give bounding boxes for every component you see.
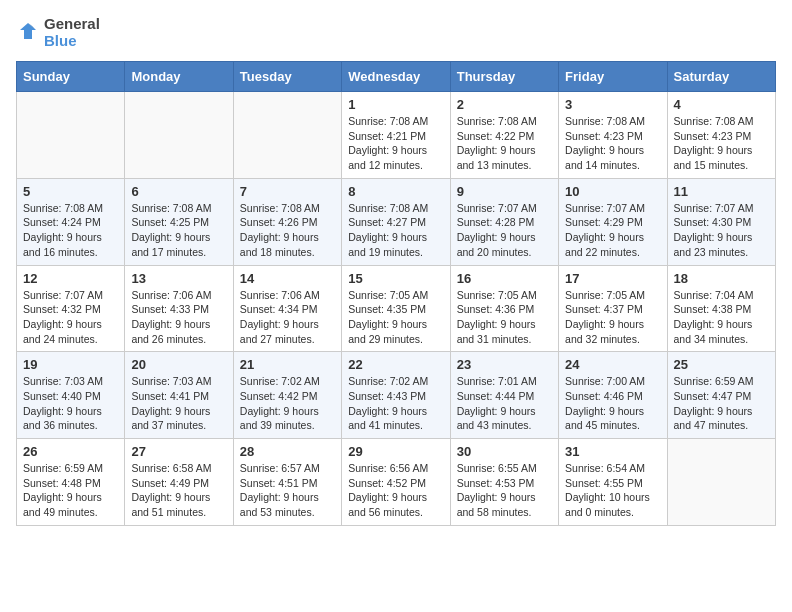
day-info: Sunrise: 7:08 AMSunset: 4:24 PMDaylight:… xyxy=(23,201,118,260)
day-info: Sunrise: 7:04 AMSunset: 4:38 PMDaylight:… xyxy=(674,288,769,347)
day-cell: 8Sunrise: 7:08 AMSunset: 4:27 PMDaylight… xyxy=(342,178,450,265)
day-number: 1 xyxy=(348,97,443,112)
day-number: 29 xyxy=(348,444,443,459)
day-info: Sunrise: 6:57 AMSunset: 4:51 PMDaylight:… xyxy=(240,461,335,520)
day-number: 13 xyxy=(131,271,226,286)
logo: General Blue xyxy=(16,16,100,49)
day-info: Sunrise: 7:03 AMSunset: 4:41 PMDaylight:… xyxy=(131,374,226,433)
day-number: 19 xyxy=(23,357,118,372)
day-cell: 12Sunrise: 7:07 AMSunset: 4:32 PMDayligh… xyxy=(17,265,125,352)
day-number: 24 xyxy=(565,357,660,372)
col-header-saturday: Saturday xyxy=(667,62,775,92)
day-cell: 5Sunrise: 7:08 AMSunset: 4:24 PMDaylight… xyxy=(17,178,125,265)
day-cell: 9Sunrise: 7:07 AMSunset: 4:28 PMDaylight… xyxy=(450,178,558,265)
day-info: Sunrise: 7:06 AMSunset: 4:33 PMDaylight:… xyxy=(131,288,226,347)
day-info: Sunrise: 7:08 AMSunset: 4:23 PMDaylight:… xyxy=(565,114,660,173)
day-number: 12 xyxy=(23,271,118,286)
col-header-thursday: Thursday xyxy=(450,62,558,92)
day-number: 26 xyxy=(23,444,118,459)
col-header-monday: Monday xyxy=(125,62,233,92)
day-info: Sunrise: 7:08 AMSunset: 4:22 PMDaylight:… xyxy=(457,114,552,173)
day-cell: 10Sunrise: 7:07 AMSunset: 4:29 PMDayligh… xyxy=(559,178,667,265)
day-number: 25 xyxy=(674,357,769,372)
day-number: 18 xyxy=(674,271,769,286)
day-cell xyxy=(125,92,233,179)
day-cell: 1Sunrise: 7:08 AMSunset: 4:21 PMDaylight… xyxy=(342,92,450,179)
day-cell: 21Sunrise: 7:02 AMSunset: 4:42 PMDayligh… xyxy=(233,352,341,439)
day-info: Sunrise: 7:03 AMSunset: 4:40 PMDaylight:… xyxy=(23,374,118,433)
day-info: Sunrise: 7:06 AMSunset: 4:34 PMDaylight:… xyxy=(240,288,335,347)
day-cell: 31Sunrise: 6:54 AMSunset: 4:55 PMDayligh… xyxy=(559,439,667,526)
week-row-5: 26Sunrise: 6:59 AMSunset: 4:48 PMDayligh… xyxy=(17,439,776,526)
svg-marker-0 xyxy=(20,23,36,39)
day-number: 9 xyxy=(457,184,552,199)
day-cell: 2Sunrise: 7:08 AMSunset: 4:22 PMDaylight… xyxy=(450,92,558,179)
day-cell: 25Sunrise: 6:59 AMSunset: 4:47 PMDayligh… xyxy=(667,352,775,439)
day-cell: 22Sunrise: 7:02 AMSunset: 4:43 PMDayligh… xyxy=(342,352,450,439)
day-info: Sunrise: 6:59 AMSunset: 4:48 PMDaylight:… xyxy=(23,461,118,520)
day-info: Sunrise: 7:02 AMSunset: 4:42 PMDaylight:… xyxy=(240,374,335,433)
day-cell: 16Sunrise: 7:05 AMSunset: 4:36 PMDayligh… xyxy=(450,265,558,352)
day-cell: 20Sunrise: 7:03 AMSunset: 4:41 PMDayligh… xyxy=(125,352,233,439)
day-number: 21 xyxy=(240,357,335,372)
day-cell: 30Sunrise: 6:55 AMSunset: 4:53 PMDayligh… xyxy=(450,439,558,526)
week-row-3: 12Sunrise: 7:07 AMSunset: 4:32 PMDayligh… xyxy=(17,265,776,352)
logo-blue: Blue xyxy=(44,33,100,50)
col-header-wednesday: Wednesday xyxy=(342,62,450,92)
day-info: Sunrise: 7:08 AMSunset: 4:23 PMDaylight:… xyxy=(674,114,769,173)
day-number: 14 xyxy=(240,271,335,286)
day-info: Sunrise: 7:02 AMSunset: 4:43 PMDaylight:… xyxy=(348,374,443,433)
day-info: Sunrise: 7:00 AMSunset: 4:46 PMDaylight:… xyxy=(565,374,660,433)
day-info: Sunrise: 7:05 AMSunset: 4:36 PMDaylight:… xyxy=(457,288,552,347)
col-header-friday: Friday xyxy=(559,62,667,92)
page-header: General Blue xyxy=(16,16,776,49)
day-info: Sunrise: 7:07 AMSunset: 4:29 PMDaylight:… xyxy=(565,201,660,260)
day-number: 28 xyxy=(240,444,335,459)
day-number: 3 xyxy=(565,97,660,112)
day-number: 5 xyxy=(23,184,118,199)
day-number: 27 xyxy=(131,444,226,459)
day-cell: 19Sunrise: 7:03 AMSunset: 4:40 PMDayligh… xyxy=(17,352,125,439)
day-cell xyxy=(17,92,125,179)
day-cell: 4Sunrise: 7:08 AMSunset: 4:23 PMDaylight… xyxy=(667,92,775,179)
day-number: 4 xyxy=(674,97,769,112)
week-row-2: 5Sunrise: 7:08 AMSunset: 4:24 PMDaylight… xyxy=(17,178,776,265)
day-info: Sunrise: 7:08 AMSunset: 4:26 PMDaylight:… xyxy=(240,201,335,260)
day-number: 15 xyxy=(348,271,443,286)
day-info: Sunrise: 6:58 AMSunset: 4:49 PMDaylight:… xyxy=(131,461,226,520)
week-row-4: 19Sunrise: 7:03 AMSunset: 4:40 PMDayligh… xyxy=(17,352,776,439)
day-cell: 28Sunrise: 6:57 AMSunset: 4:51 PMDayligh… xyxy=(233,439,341,526)
logo-icon xyxy=(16,20,38,46)
day-number: 17 xyxy=(565,271,660,286)
day-cell: 14Sunrise: 7:06 AMSunset: 4:34 PMDayligh… xyxy=(233,265,341,352)
day-number: 30 xyxy=(457,444,552,459)
day-number: 10 xyxy=(565,184,660,199)
day-number: 11 xyxy=(674,184,769,199)
day-cell: 6Sunrise: 7:08 AMSunset: 4:25 PMDaylight… xyxy=(125,178,233,265)
day-info: Sunrise: 7:08 AMSunset: 4:27 PMDaylight:… xyxy=(348,201,443,260)
day-cell: 11Sunrise: 7:07 AMSunset: 4:30 PMDayligh… xyxy=(667,178,775,265)
day-cell: 17Sunrise: 7:05 AMSunset: 4:37 PMDayligh… xyxy=(559,265,667,352)
day-number: 2 xyxy=(457,97,552,112)
day-info: Sunrise: 7:08 AMSunset: 4:21 PMDaylight:… xyxy=(348,114,443,173)
day-cell xyxy=(233,92,341,179)
day-cell: 3Sunrise: 7:08 AMSunset: 4:23 PMDaylight… xyxy=(559,92,667,179)
day-info: Sunrise: 7:01 AMSunset: 4:44 PMDaylight:… xyxy=(457,374,552,433)
day-number: 22 xyxy=(348,357,443,372)
day-number: 23 xyxy=(457,357,552,372)
day-number: 6 xyxy=(131,184,226,199)
day-info: Sunrise: 6:59 AMSunset: 4:47 PMDaylight:… xyxy=(674,374,769,433)
day-info: Sunrise: 7:08 AMSunset: 4:25 PMDaylight:… xyxy=(131,201,226,260)
col-header-sunday: Sunday xyxy=(17,62,125,92)
logo-general: General xyxy=(44,16,100,33)
day-info: Sunrise: 6:55 AMSunset: 4:53 PMDaylight:… xyxy=(457,461,552,520)
day-number: 31 xyxy=(565,444,660,459)
day-info: Sunrise: 6:54 AMSunset: 4:55 PMDaylight:… xyxy=(565,461,660,520)
logo-container: General Blue xyxy=(16,16,100,49)
day-cell: 7Sunrise: 7:08 AMSunset: 4:26 PMDaylight… xyxy=(233,178,341,265)
calendar-table: SundayMondayTuesdayWednesdayThursdayFrid… xyxy=(16,61,776,526)
day-cell: 24Sunrise: 7:00 AMSunset: 4:46 PMDayligh… xyxy=(559,352,667,439)
day-cell: 23Sunrise: 7:01 AMSunset: 4:44 PMDayligh… xyxy=(450,352,558,439)
day-number: 20 xyxy=(131,357,226,372)
day-cell xyxy=(667,439,775,526)
